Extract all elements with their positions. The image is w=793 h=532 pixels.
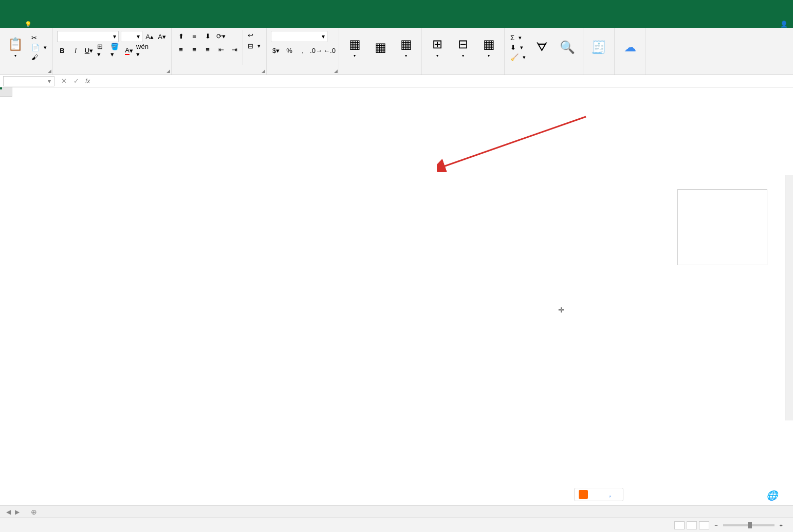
dialog-launcher-icon[interactable]: ◢: [334, 68, 338, 74]
dialog-launcher-icon[interactable]: ◢: [48, 68, 51, 74]
delete-cells-button[interactable]: ⊟▾: [452, 30, 474, 65]
worksheet-grid[interactable]: ✛: [0, 87, 793, 437]
currency-icon[interactable]: $▾: [271, 45, 281, 56]
table-format-button[interactable]: ▦: [369, 30, 392, 65]
decrease-decimal-icon[interactable]: ←.0: [324, 45, 335, 56]
align-center-icon[interactable]: ≡: [189, 44, 199, 54]
sheet-tabs-bar: ◀▶ ⊕ ，: [0, 505, 793, 518]
baidu-save-button[interactable]: ☁: [619, 30, 641, 65]
indent-increase-icon[interactable]: ⇥: [229, 44, 239, 54]
fill-button[interactable]: ⬇ ▾: [509, 43, 527, 52]
ime-punct-icon[interactable]: ，: [605, 490, 615, 499]
select-all-corner[interactable]: [0, 87, 12, 97]
find-select-button[interactable]: 🔍: [556, 30, 579, 65]
underline-button[interactable]: U ▾: [84, 45, 94, 56]
number-format-combo[interactable]: ▾: [271, 31, 327, 42]
align-middle-icon[interactable]: ≡: [189, 31, 199, 41]
ribbon-options-icon[interactable]: [711, 0, 731, 14]
align-left-icon[interactable]: ≡: [176, 44, 186, 54]
group-label: [271, 65, 335, 75]
confirm-icon[interactable]: ✓: [70, 77, 82, 85]
sigma-icon: Σ: [510, 34, 514, 42]
fill-color-button[interactable]: 🪣▾: [110, 45, 121, 56]
vertical-scrollbar[interactable]: [785, 175, 793, 420]
invoice-check-button[interactable]: 🧾: [587, 30, 610, 65]
save-icon[interactable]: [5, 3, 14, 12]
touch-mode-icon[interactable]: [21, 3, 30, 12]
italic-button[interactable]: I: [70, 45, 81, 56]
sheet-nav-buttons[interactable]: ◀▶: [0, 508, 26, 516]
border-button[interactable]: ⊞ ▾: [97, 45, 107, 56]
undo-icon[interactable]: [36, 3, 45, 12]
table-icon: ▦: [375, 40, 386, 54]
format-painter-button[interactable]: 🖌: [30, 53, 48, 62]
clear-button[interactable]: 🧹 ▾: [509, 53, 527, 62]
zoom-in-icon[interactable]: +: [780, 522, 783, 528]
cut-button[interactable]: ✂: [30, 33, 48, 42]
bold-button[interactable]: B: [57, 45, 67, 56]
orientation-icon[interactable]: ⟳▾: [216, 31, 226, 41]
increase-font-icon[interactable]: A▴: [144, 31, 155, 42]
customize-qat-icon[interactable]: [67, 3, 76, 12]
format-cells-button[interactable]: ▦▾: [477, 30, 500, 65]
cell-style-icon: ▦: [400, 37, 412, 51]
page-break-view-icon[interactable]: [699, 521, 709, 529]
embedded-chart[interactable]: [677, 189, 767, 265]
file-tab[interactable]: [0, 23, 14, 28]
align-right-icon[interactable]: ≡: [202, 44, 213, 54]
name-box[interactable]: ▾: [3, 76, 54, 86]
tell-me-search[interactable]: 💡: [25, 21, 34, 28]
sort-filter-button[interactable]: ᗊ: [530, 30, 553, 65]
maximize-icon[interactable]: [752, 0, 772, 14]
cond-format-icon: ▦: [349, 37, 361, 51]
ime-lang-icon[interactable]: [592, 490, 601, 499]
dialog-launcher-icon[interactable]: ◢: [167, 68, 170, 74]
chart-bars: [688, 194, 767, 250]
view-buttons[interactable]: [674, 521, 709, 529]
align-bottom-icon[interactable]: ⬇: [202, 31, 213, 41]
ime-toolbar[interactable]: ，: [574, 488, 623, 501]
insert-cells-button[interactable]: ⊞▾: [426, 30, 449, 65]
increase-decimal-icon[interactable]: .0→: [311, 45, 321, 56]
merge-center-button[interactable]: ⊟ ▾: [246, 42, 262, 50]
autosum-button[interactable]: Σ ▾: [509, 33, 527, 42]
normal-view-icon[interactable]: [674, 521, 685, 529]
font-size-combo[interactable]: ▾: [121, 31, 142, 42]
copy-icon: 📄: [31, 44, 40, 51]
ribbon: 📋▾ ✂ 📄 ▾ 🖌 ◢ ▾ ▾ A▴ A▾ B I U ▾ ⊞ ▾ 🪣▾: [0, 28, 793, 75]
redo-icon[interactable]: [51, 3, 61, 12]
zoom-slider[interactable]: [723, 524, 774, 526]
cancel-icon[interactable]: ✕: [58, 77, 70, 85]
font-name-combo[interactable]: ▾: [57, 31, 119, 42]
page-layout-view-icon[interactable]: [687, 521, 697, 529]
dialog-launcher-icon[interactable]: ◢: [262, 68, 265, 74]
wrap-text-button[interactable]: ↩: [246, 31, 262, 40]
group-label: [4, 65, 48, 75]
group-alignment: ⬆ ≡ ⬇ ⟳▾ ≡ ≡ ≡ ⇤ ⇥ ↩ ⊟ ▾ ◢: [172, 28, 267, 75]
zoom-out-icon[interactable]: −: [714, 522, 717, 528]
conditional-format-button[interactable]: ▦▾: [343, 30, 366, 65]
group-clipboard: 📋▾ ✂ 📄 ▾ 🖌 ◢: [0, 28, 53, 75]
insert-icon: ⊞: [432, 37, 442, 51]
percent-icon[interactable]: %: [284, 45, 294, 56]
phonetic-button[interactable]: wén ▾: [137, 45, 147, 56]
paste-button[interactable]: 📋▾: [4, 30, 27, 65]
copy-button[interactable]: 📄 ▾: [30, 43, 48, 52]
invoice-icon: 🧾: [591, 40, 606, 54]
watermark-logo: 🌐: [766, 490, 778, 501]
close-icon[interactable]: [772, 0, 793, 14]
formula-bar: ▾ ✕ ✓ fx: [0, 75, 793, 87]
add-sheet-button[interactable]: ⊕: [26, 508, 42, 516]
align-top-icon[interactable]: ⬆: [176, 31, 186, 41]
minimize-icon[interactable]: [731, 0, 752, 14]
share-button[interactable]: 👤: [780, 21, 788, 28]
indent-decrease-icon[interactable]: ⇤: [216, 44, 226, 54]
decrease-font-icon[interactable]: A▾: [157, 31, 167, 42]
font-color-button[interactable]: A▾: [124, 45, 134, 56]
cell-styles-button[interactable]: ▦▾: [395, 30, 417, 65]
quick-access-toolbar: [0, 3, 76, 12]
group-editing: Σ ▾ ⬇ ▾ 🧹 ▾ ᗊ 🔍: [505, 28, 583, 75]
comma-icon[interactable]: ,: [298, 45, 308, 56]
fx-icon[interactable]: fx: [82, 78, 93, 85]
annotation-arrow: [437, 116, 591, 172]
